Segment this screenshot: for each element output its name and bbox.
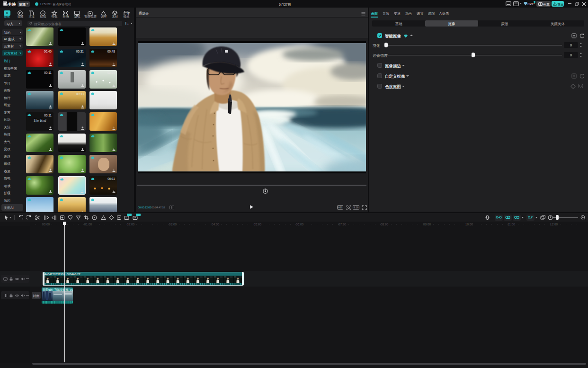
- svg-text:9:16: 9:16: [354, 206, 359, 209]
- svg-text:HD: HD: [339, 206, 342, 209]
